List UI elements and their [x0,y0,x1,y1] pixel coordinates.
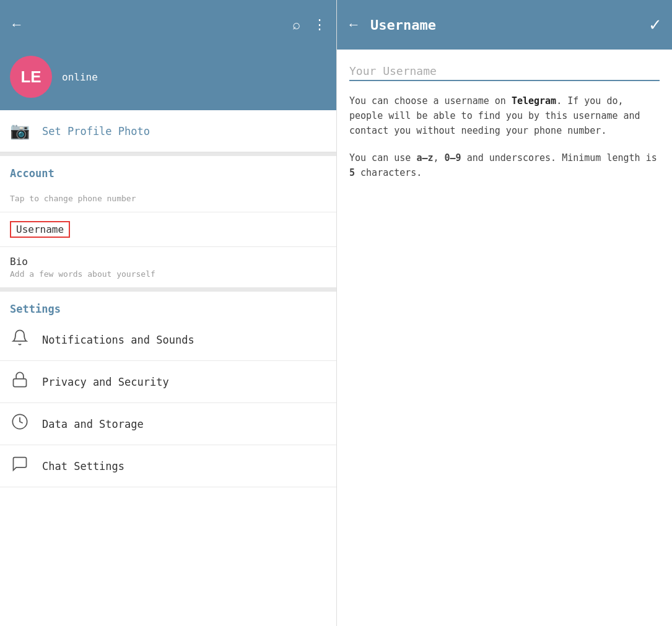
online-status: online [62,71,98,83]
bio-sub: Add a few words about yourself [10,269,326,279]
right-panel-title: Username [370,17,639,33]
lock-icon [10,371,30,393]
check-icon[interactable]: ✓ [648,15,662,35]
phone-number-item[interactable]: Tap to change phone number [0,183,336,212]
bio-label: Bio [10,256,326,267]
privacy-security-label: Privacy and Security [42,376,169,388]
profile-area: LE online [0,50,336,110]
phone-placeholder: Tap to change phone number [10,194,326,203]
right-header: ← Username ✓ [337,0,672,50]
username-item[interactable]: Username [0,212,336,247]
right-panel: ← Username ✓ You can choose a username o… [336,0,672,626]
bell-icon [10,329,30,350]
back-icon[interactable]: ← [10,17,24,33]
privacy-security-item[interactable]: Privacy and Security [0,361,336,403]
more-icon[interactable]: ⋮ [313,17,326,33]
notifications-sounds-item[interactable]: Notifications and Sounds [0,319,336,361]
camera-icon: 📷 [10,121,30,141]
left-panel: ← ⌕ ⋮ LE online 📷 Set Profile Photo Acco… [0,0,336,626]
settings-section-label: Settings [0,292,336,319]
notifications-sounds-label: Notifications and Sounds [42,334,194,346]
chat-icon [10,455,30,477]
set-profile-photo-row[interactable]: 📷 Set Profile Photo [0,110,336,152]
right-content: You can choose a username on Telegram. I… [337,50,672,626]
search-icon[interactable]: ⌕ [292,17,300,33]
account-section-label: Account [0,156,336,183]
clock-icon [10,413,30,435]
chat-settings-item[interactable]: Chat Settings [0,445,336,487]
info-paragraph-1: You can choose a username on Telegram. I… [349,93,660,138]
username-label: Username [16,224,64,235]
username-input-container [349,64,660,81]
avatar: LE [10,56,52,98]
chat-settings-label: Chat Settings [42,460,124,472]
set-photo-label: Set Profile Photo [42,125,150,137]
left-header: ← ⌕ ⋮ [0,0,336,50]
right-back-icon[interactable]: ← [347,17,360,33]
username-input[interactable] [349,64,660,77]
info-paragraph-2: You can use a–z, 0–9 and underscores. Mi… [349,150,660,180]
data-storage-label: Data and Storage [42,418,144,430]
bio-item[interactable]: Bio Add a few words about yourself [0,247,336,288]
svg-rect-0 [14,379,27,387]
left-header-icons: ⌕ ⋮ [292,17,326,33]
data-storage-item[interactable]: Data and Storage ©LEESHARING [0,403,336,445]
